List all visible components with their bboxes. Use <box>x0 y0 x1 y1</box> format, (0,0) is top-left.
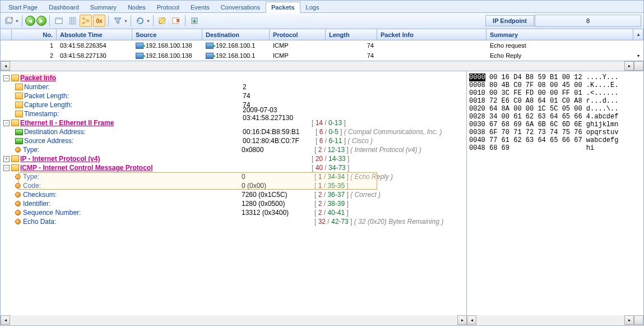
nav-forward-button[interactable]: ► <box>36 16 47 26</box>
packet-tree[interactable]: −Packet Info Number:2 Packet Length:74 C… <box>1 71 467 315</box>
section-icon <box>11 75 19 81</box>
col-packet-info[interactable]: Packet Info <box>377 29 487 40</box>
section-packet-info[interactable]: Packet Info <box>20 74 56 82</box>
svg-rect-4 <box>70 17 71 24</box>
tab-protocol[interactable]: Protocol <box>151 2 185 12</box>
view-list-button[interactable] <box>53 15 65 27</box>
svg-rect-6 <box>74 17 76 24</box>
section-icon <box>11 155 19 162</box>
field-icon <box>15 183 21 189</box>
field-icon <box>15 84 23 90</box>
nav-back-button[interactable]: ◄ <box>25 16 35 26</box>
view-tree-button[interactable] <box>80 15 92 27</box>
clear-button[interactable] <box>170 15 182 27</box>
view-hex-button[interactable]: 0x <box>93 15 105 27</box>
host-icon <box>136 53 143 59</box>
scroll-down-button[interactable]: ▾ <box>633 53 643 59</box>
tab-summary[interactable]: Summary <box>85 2 122 12</box>
field-icon <box>15 219 21 224</box>
col-protocol[interactable]: Protocol <box>270 29 326 40</box>
field-icon <box>15 147 21 153</box>
export-button[interactable] <box>3 15 15 27</box>
scroll-right-button[interactable]: ▸ <box>457 315 467 325</box>
field-icon <box>15 111 23 117</box>
collapse-icon[interactable]: − <box>3 75 10 81</box>
tab-events[interactable]: Events <box>185 2 215 12</box>
col-destination[interactable]: Destination <box>202 29 270 40</box>
edit-button[interactable] <box>156 15 169 27</box>
col-no[interactable]: No. <box>12 29 57 40</box>
tab-bar: Start Page Dashboard Summary Nodes Proto… <box>1 1 643 13</box>
tab-packets[interactable]: Packets <box>266 2 300 13</box>
col-length[interactable]: Length <box>326 29 377 40</box>
host-icon <box>206 53 214 59</box>
scroll-left-button[interactable]: ◂ <box>467 315 476 325</box>
section-icon <box>11 164 19 171</box>
collapse-icon[interactable]: − <box>3 165 10 171</box>
tab-logs[interactable]: Logs <box>300 2 325 12</box>
endpoint-label: IP Endpoint <box>485 15 534 26</box>
scroll-right-button[interactable]: ▸ <box>624 315 634 325</box>
col-summary[interactable]: Summary <box>487 29 633 40</box>
grid-hscroll[interactable]: ◂ ▸ <box>1 61 643 71</box>
section-ip[interactable]: IP - Internet Protocol (v4) <box>20 155 100 163</box>
collapse-icon[interactable]: − <box>3 120 10 126</box>
view-columns-button[interactable] <box>66 15 78 27</box>
field-icon <box>15 93 23 99</box>
col-source[interactable]: Source <box>132 29 202 40</box>
section-icon <box>11 120 19 126</box>
field-icon <box>15 138 23 144</box>
toolbar: ▼ ◄ ► 0x ▼ ▼ IP Endpoint 8 <box>1 13 643 29</box>
tab-start-page[interactable]: Start Page <box>3 2 43 12</box>
scroll-up-button[interactable]: ▴ <box>633 29 643 40</box>
section-ethernet[interactable]: Ethernet II - Ethernet II Frame <box>20 119 114 127</box>
host-icon <box>136 43 143 49</box>
save-button[interactable] <box>188 15 201 27</box>
tab-conversations[interactable]: Conversations <box>215 2 266 12</box>
tab-dashboard[interactable]: Dashboard <box>43 2 85 12</box>
dropdown-arrow-icon[interactable]: ▼ <box>124 19 128 23</box>
endpoint-value[interactable]: 8 <box>535 15 641 27</box>
table-row[interactable]: 2 03:41:58.227130 192.168.100.138 192.16… <box>1 50 643 61</box>
field-icon <box>15 210 21 215</box>
packet-grid: No. Absolute Time Source Destination Pro… <box>1 29 643 61</box>
hex-view[interactable]: 0000 00 16 D4 B8 59 B1 00 12 ....Y... 00… <box>467 71 643 315</box>
expand-icon[interactable]: + <box>3 156 10 162</box>
svg-rect-5 <box>72 17 73 24</box>
refresh-button[interactable] <box>134 15 146 27</box>
tab-nodes[interactable]: Nodes <box>122 2 151 12</box>
field-icon <box>15 174 21 180</box>
field-icon <box>15 192 21 198</box>
section-icmp[interactable]: ICMP - Internet Control Message Protocol <box>20 164 152 172</box>
scroll-left-button[interactable]: ◂ <box>1 315 10 325</box>
svg-rect-3 <box>55 18 62 20</box>
field-icon <box>15 129 23 135</box>
table-row[interactable]: 1 03:41:58.226354 192.168.100.138 192.16… <box>1 40 643 50</box>
dropdown-arrow-icon[interactable]: ▼ <box>146 19 150 23</box>
col-absolute-time[interactable]: Absolute Time <box>57 29 132 40</box>
grid-header: No. Absolute Time Source Destination Pro… <box>1 29 643 40</box>
filter-button[interactable] <box>112 15 124 27</box>
dropdown-arrow-icon[interactable]: ▼ <box>15 19 19 23</box>
field-icon <box>15 102 23 108</box>
field-icon <box>15 201 21 206</box>
host-icon <box>206 43 214 49</box>
